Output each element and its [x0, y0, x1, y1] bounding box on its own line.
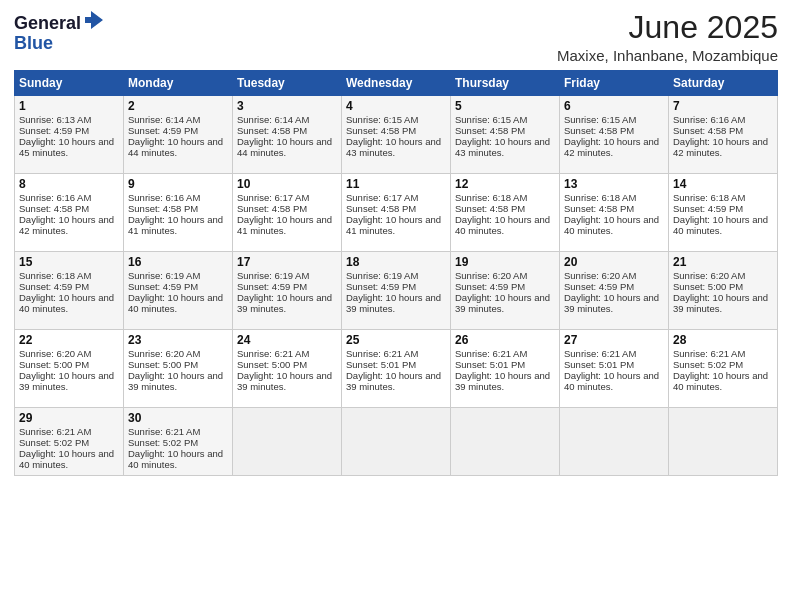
table-row: 9 Sunrise: 6:16 AM Sunset: 4:58 PM Dayli… [124, 174, 233, 252]
sunset-text: Sunset: 4:58 PM [564, 125, 634, 136]
day-number: 26 [455, 333, 555, 347]
sunrise-text: Sunrise: 6:20 AM [19, 348, 91, 359]
sunset-text: Sunset: 4:58 PM [128, 203, 198, 214]
table-row [669, 408, 778, 476]
daylight-text: Daylight: 10 hours and 40 minutes. [19, 448, 114, 470]
daylight-text: Daylight: 10 hours and 41 minutes. [237, 214, 332, 236]
table-row: 14 Sunrise: 6:18 AM Sunset: 4:59 PM Dayl… [669, 174, 778, 252]
day-number: 8 [19, 177, 119, 191]
daylight-text: Daylight: 10 hours and 39 minutes. [455, 370, 550, 392]
sunrise-text: Sunrise: 6:18 AM [673, 192, 745, 203]
sunset-text: Sunset: 5:00 PM [19, 359, 89, 370]
daylight-text: Daylight: 10 hours and 42 minutes. [673, 136, 768, 158]
sunrise-text: Sunrise: 6:20 AM [455, 270, 527, 281]
table-row [233, 408, 342, 476]
day-number: 14 [673, 177, 773, 191]
col-thursday: Thursday [451, 71, 560, 96]
table-row: 30 Sunrise: 6:21 AM Sunset: 5:02 PM Dayl… [124, 408, 233, 476]
day-number: 4 [346, 99, 446, 113]
table-row: 2 Sunrise: 6:14 AM Sunset: 4:59 PM Dayli… [124, 96, 233, 174]
col-friday: Friday [560, 71, 669, 96]
daylight-text: Daylight: 10 hours and 43 minutes. [455, 136, 550, 158]
calendar-week-row: 15 Sunrise: 6:18 AM Sunset: 4:59 PM Dayl… [15, 252, 778, 330]
day-number: 12 [455, 177, 555, 191]
day-number: 21 [673, 255, 773, 269]
table-row: 1 Sunrise: 6:13 AM Sunset: 4:59 PM Dayli… [15, 96, 124, 174]
table-row: 10 Sunrise: 6:17 AM Sunset: 4:58 PM Dayl… [233, 174, 342, 252]
sunrise-text: Sunrise: 6:16 AM [673, 114, 745, 125]
table-row: 22 Sunrise: 6:20 AM Sunset: 5:00 PM Dayl… [15, 330, 124, 408]
daylight-text: Daylight: 10 hours and 40 minutes. [128, 292, 223, 314]
table-row: 20 Sunrise: 6:20 AM Sunset: 4:59 PM Dayl… [560, 252, 669, 330]
table-row: 6 Sunrise: 6:15 AM Sunset: 4:58 PM Dayli… [560, 96, 669, 174]
daylight-text: Daylight: 10 hours and 40 minutes. [19, 292, 114, 314]
calendar-table: Sunday Monday Tuesday Wednesday Thursday… [14, 70, 778, 476]
sunrise-text: Sunrise: 6:20 AM [564, 270, 636, 281]
sunrise-text: Sunrise: 6:21 AM [455, 348, 527, 359]
sunrise-text: Sunrise: 6:15 AM [564, 114, 636, 125]
sunrise-text: Sunrise: 6:14 AM [128, 114, 200, 125]
daylight-text: Daylight: 10 hours and 39 minutes. [673, 292, 768, 314]
daylight-text: Daylight: 10 hours and 39 minutes. [346, 292, 441, 314]
calendar-week-row: 1 Sunrise: 6:13 AM Sunset: 4:59 PM Dayli… [15, 96, 778, 174]
sunset-text: Sunset: 4:58 PM [237, 203, 307, 214]
table-row [451, 408, 560, 476]
day-number: 15 [19, 255, 119, 269]
day-number: 2 [128, 99, 228, 113]
day-number: 27 [564, 333, 664, 347]
sunset-text: Sunset: 5:00 PM [237, 359, 307, 370]
sunset-text: Sunset: 4:59 PM [19, 125, 89, 136]
sunrise-text: Sunrise: 6:19 AM [346, 270, 418, 281]
day-number: 24 [237, 333, 337, 347]
table-row: 13 Sunrise: 6:18 AM Sunset: 4:58 PM Dayl… [560, 174, 669, 252]
sunset-text: Sunset: 5:00 PM [128, 359, 198, 370]
table-row: 26 Sunrise: 6:21 AM Sunset: 5:01 PM Dayl… [451, 330, 560, 408]
sunrise-text: Sunrise: 6:20 AM [128, 348, 200, 359]
calendar-header-row: Sunday Monday Tuesday Wednesday Thursday… [15, 71, 778, 96]
day-number: 22 [19, 333, 119, 347]
day-number: 20 [564, 255, 664, 269]
day-number: 1 [19, 99, 119, 113]
sunset-text: Sunset: 4:59 PM [128, 281, 198, 292]
day-number: 18 [346, 255, 446, 269]
daylight-text: Daylight: 10 hours and 41 minutes. [128, 214, 223, 236]
sunrise-text: Sunrise: 6:15 AM [455, 114, 527, 125]
day-number: 13 [564, 177, 664, 191]
sunrise-text: Sunrise: 6:14 AM [237, 114, 309, 125]
daylight-text: Daylight: 10 hours and 39 minutes. [564, 292, 659, 314]
sunset-text: Sunset: 4:59 PM [346, 281, 416, 292]
col-tuesday: Tuesday [233, 71, 342, 96]
daylight-text: Daylight: 10 hours and 40 minutes. [673, 214, 768, 236]
sunset-text: Sunset: 5:01 PM [564, 359, 634, 370]
sunrise-text: Sunrise: 6:18 AM [455, 192, 527, 203]
sunrise-text: Sunrise: 6:19 AM [128, 270, 200, 281]
sunrise-text: Sunrise: 6:18 AM [564, 192, 636, 203]
sunset-text: Sunset: 4:59 PM [237, 281, 307, 292]
sunrise-text: Sunrise: 6:21 AM [346, 348, 418, 359]
title-block: June 2025 Maxixe, Inhanbane, Mozambique [557, 10, 778, 64]
sunset-text: Sunset: 4:58 PM [237, 125, 307, 136]
day-number: 25 [346, 333, 446, 347]
calendar-week-row: 29 Sunrise: 6:21 AM Sunset: 5:02 PM Dayl… [15, 408, 778, 476]
sunset-text: Sunset: 5:00 PM [673, 281, 743, 292]
daylight-text: Daylight: 10 hours and 40 minutes. [673, 370, 768, 392]
table-row: 25 Sunrise: 6:21 AM Sunset: 5:01 PM Dayl… [342, 330, 451, 408]
daylight-text: Daylight: 10 hours and 40 minutes. [564, 214, 659, 236]
page-container: General Blue June 2025 Maxixe, Inhanbane… [0, 0, 792, 484]
sunrise-text: Sunrise: 6:17 AM [237, 192, 309, 203]
sunrise-text: Sunrise: 6:16 AM [128, 192, 200, 203]
day-number: 30 [128, 411, 228, 425]
svg-marker-0 [85, 11, 103, 29]
col-monday: Monday [124, 71, 233, 96]
day-number: 6 [564, 99, 664, 113]
daylight-text: Daylight: 10 hours and 39 minutes. [346, 370, 441, 392]
day-number: 3 [237, 99, 337, 113]
location-title: Maxixe, Inhanbane, Mozambique [557, 47, 778, 64]
table-row: 4 Sunrise: 6:15 AM Sunset: 4:58 PM Dayli… [342, 96, 451, 174]
table-row: 18 Sunrise: 6:19 AM Sunset: 4:59 PM Dayl… [342, 252, 451, 330]
sunset-text: Sunset: 4:58 PM [19, 203, 89, 214]
sunset-text: Sunset: 5:02 PM [128, 437, 198, 448]
sunrise-text: Sunrise: 6:13 AM [19, 114, 91, 125]
logo: General Blue [14, 14, 105, 54]
sunrise-text: Sunrise: 6:15 AM [346, 114, 418, 125]
